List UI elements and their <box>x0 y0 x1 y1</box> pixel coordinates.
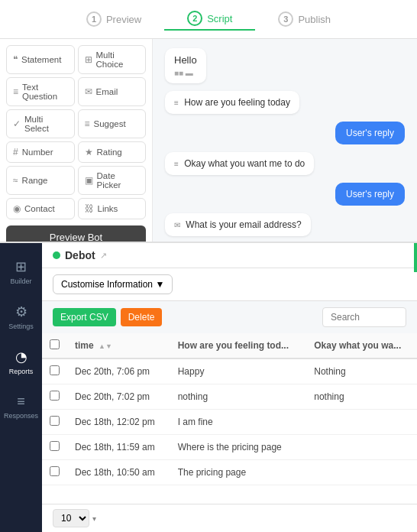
block-multi-choice[interactable]: ⊞ Multi Choice <box>78 45 147 74</box>
block-text-question[interactable]: ≡ Text Question <box>6 77 75 106</box>
chat-preview: Hello ■■ ▬ ≡ How are you feeling today U… <box>153 39 417 242</box>
row-okay-4 <box>306 460 417 485</box>
sidebar: ⊞ Builder ⚙ Settings ◔ Reports ≡ Respons… <box>0 243 42 532</box>
block-date-picker[interactable]: ▣ Date Picker <box>78 166 147 195</box>
sidebar-item-settings[interactable]: ⚙ Settings <box>0 296 42 338</box>
step-label-script: Script <box>207 13 232 24</box>
block-rating[interactable]: ★ Rating <box>78 141 147 163</box>
table-row: Dec 18th, 10:50 am The pricing page <box>42 460 417 485</box>
row-checkbox-cell <box>42 410 67 435</box>
row-time-3: Dec 18th, 11:59 am <box>67 435 170 460</box>
debot-header: Debot ↗ <box>42 243 417 268</box>
rating-icon: ★ <box>85 147 93 157</box>
row-time-1: Dec 20th, 7:02 pm <box>67 384 170 410</box>
multi-select-icon: ✓ <box>13 118 21 129</box>
range-icon: ≈ <box>13 175 18 186</box>
sidebar-label-responses: Responses <box>4 412 38 420</box>
row-checkbox-cell <box>42 435 67 460</box>
debot-external-link-icon[interactable]: ↗ <box>100 251 107 261</box>
okay-col-header: Okay what you wa... <box>306 333 417 358</box>
block-statement[interactable]: ❝ Statement <box>6 45 75 74</box>
row-time-2: Dec 18th, 12:02 pm <box>67 410 170 435</box>
links-icon: ⛓ <box>85 203 94 214</box>
wizard-step-preview[interactable]: 1 Preview <box>63 8 164 30</box>
row-okay-3 <box>306 435 417 460</box>
row-checkbox-cell <box>42 384 67 410</box>
block-range[interactable]: ≈ Range <box>6 166 75 195</box>
multi-choice-icon: ⊞ <box>85 54 92 65</box>
block-multi-select[interactable]: ✓ Multi Select <box>6 109 75 138</box>
block-email[interactable]: ✉ Email <box>78 77 147 106</box>
delete-button[interactable]: Delete <box>121 308 163 326</box>
builder-icon: ⊞ <box>15 258 27 275</box>
chat-msg-email: ✉ What is your email address? <box>165 213 311 236</box>
pagination-arrow: ▾ <box>92 514 96 523</box>
search-input[interactable] <box>322 307 406 327</box>
sidebar-label-reports: Reports <box>9 368 34 375</box>
block-label-links: Links <box>98 204 118 213</box>
step-num-script: 2 <box>187 11 202 26</box>
table-row: Dec 20th, 7:06 pm Happy Nothing <box>42 358 417 384</box>
row-checkbox-3[interactable] <box>50 441 60 451</box>
block-label-text-question: Text Question <box>22 83 67 101</box>
chat-reply-2[interactable]: User's reply <box>335 183 405 206</box>
select-all-checkbox[interactable] <box>50 339 60 349</box>
row-checkbox-1[interactable] <box>50 391 60 401</box>
wizard-steps: 1 Preview 2 Script 3 Publish <box>0 0 417 39</box>
row-checkbox-cell <box>42 358 67 384</box>
table-row: Dec 20th, 7:02 pm nothing nothing <box>42 384 417 410</box>
row-time-0: Dec 20th, 7:06 pm <box>67 358 170 384</box>
feeling-col-label: How are you feeling tod... <box>178 340 289 351</box>
wizard-step-script[interactable]: 2 Script <box>164 8 255 31</box>
block-label-contact: Contact <box>24 204 55 213</box>
row-feeling-3: Where is the pricing page <box>170 435 307 460</box>
sidebar-label-settings: Settings <box>8 323 34 330</box>
block-number[interactable]: # Number <box>6 141 75 163</box>
row-checkbox-0[interactable] <box>50 365 60 375</box>
page-size-select[interactable]: 10 25 50 <box>53 509 89 527</box>
preview-bot-button[interactable]: Preview Bot <box>6 225 146 242</box>
text-question-icon: ≡ <box>13 86 18 97</box>
block-label-rating: Rating <box>97 148 122 157</box>
action-row: Export CSV Delete <box>42 301 417 333</box>
sidebar-item-responses[interactable]: ≡ Responses <box>0 386 42 427</box>
number-icon: # <box>13 147 18 157</box>
row-okay-0: Nothing <box>306 358 417 384</box>
email-chat-icon: ✉ <box>174 221 180 229</box>
hello-text: Hello <box>174 54 197 66</box>
time-col-label: time <box>75 340 94 351</box>
email-icon: ✉ <box>85 86 92 97</box>
row-checkbox-4[interactable] <box>50 466 60 476</box>
step-label-preview: Preview <box>106 14 141 25</box>
block-suggest[interactable]: ≡ Suggest <box>78 109 147 138</box>
row-okay-1: nothing <box>306 384 417 410</box>
block-contact[interactable]: ◉ Contact <box>6 198 75 219</box>
row-feeling-4: The pricing page <box>170 460 307 485</box>
feeling-col-header: How are you feeling tod... <box>170 333 307 358</box>
table-row: Dec 18th, 12:02 pm I am fine <box>42 410 417 435</box>
block-links[interactable]: ⛓ Links <box>78 198 147 219</box>
toolbar: Customise Information ▼ <box>42 268 417 301</box>
block-label-range: Range <box>22 176 48 185</box>
time-col-header[interactable]: time ▲▼ <box>67 333 170 358</box>
row-checkbox-cell <box>42 460 67 485</box>
step-label-publish: Publish <box>298 14 331 25</box>
accent-bar <box>414 243 417 272</box>
step-num-preview: 1 <box>86 11 102 27</box>
sidebar-item-reports[interactable]: ◔ Reports <box>0 341 42 383</box>
wizard-step-publish[interactable]: 3 Publish <box>255 8 354 30</box>
statement-icon: ❝ <box>13 54 18 65</box>
export-csv-button[interactable]: Export CSV <box>53 308 116 326</box>
chat-reply-1[interactable]: User's reply <box>335 122 405 144</box>
settings-icon: ⚙ <box>15 303 27 320</box>
chat-hello: Hello ■■ ▬ <box>165 48 206 83</box>
okay-text: Okay what you want me to do <box>184 158 305 169</box>
sidebar-item-builder[interactable]: ⊞ Builder <box>0 251 42 293</box>
row-feeling-2: I am fine <box>170 410 307 435</box>
responses-table: time ▲▼ How are you feeling tod... Okay … <box>42 333 417 485</box>
pagination: 10 25 50 ▾ <box>42 504 417 532</box>
row-checkbox-2[interactable] <box>50 416 60 426</box>
customise-information-button[interactable]: Customise Information ▼ <box>53 274 173 294</box>
table-row: Dec 18th, 11:59 am Where is the pricing … <box>42 435 417 460</box>
table-container: time ▲▼ How are you feeling tod... Okay … <box>42 333 417 504</box>
